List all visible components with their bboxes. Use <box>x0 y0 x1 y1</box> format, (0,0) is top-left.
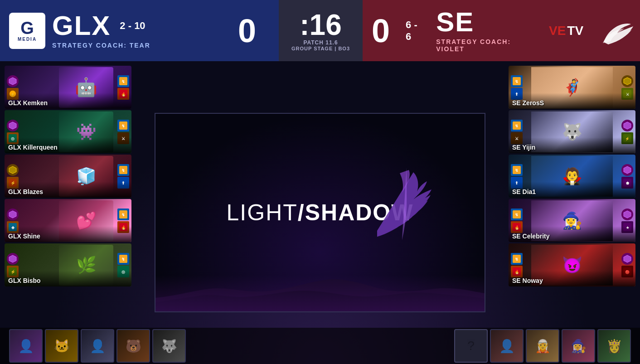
game-screen: LIGHT /SHADOW <box>155 113 485 312</box>
bottom-right-picks: ? 👤 🧝 🧙‍♀️ 👸 <box>454 329 631 363</box>
glx-score: 0 <box>238 12 270 49</box>
patch-info: PATCH 11.6 <box>303 39 338 46</box>
blazes-name: GLX Blazes <box>8 188 43 195</box>
dia1-overlay: SE Dia1 <box>509 182 635 198</box>
header-center: :16 PATCH 11.6 GROUP STAGE | BO3 <box>279 0 363 61</box>
killerqueen-name: GLX Killerqueen <box>8 144 58 151</box>
pick-thumb-art-5: 🐺 <box>153 330 185 362</box>
bottom-pick-right-1[interactable]: ? <box>454 329 488 363</box>
vetv-tv-text: TV <box>567 24 583 38</box>
svg-text:↯: ↯ <box>121 123 125 128</box>
zeross-overlay: SE ZerosS <box>509 93 635 109</box>
player-card-bisbo[interactable]: ⚡ 🌿 ↯ ◎ GLX Bisbo <box>5 243 131 286</box>
wave-deco <box>155 275 485 311</box>
logo-media-text: MEDIA <box>18 37 37 42</box>
svg-marker-46 <box>624 122 631 129</box>
celebrity-overlay: SE Celebrity <box>509 226 635 242</box>
bisbo-name: GLX Bisbo <box>8 277 41 284</box>
logo-letter: G <box>20 19 34 37</box>
player-card-dia1[interactable]: ↯ ⬆ 🧛 ⬟ SE Dia1 <box>509 155 635 198</box>
center-area: LIGHT /SHADOW <box>141 61 499 364</box>
se-coach-label: STRATEGY COACH: VIOLET <box>436 38 538 53</box>
kemken-spell-flash: ↯ <box>117 75 129 87</box>
bottom-pick-right-4[interactable]: 🧙‍♀️ <box>562 329 595 363</box>
bottom-pick-right-2[interactable]: 👤 <box>490 329 524 363</box>
left-player-panel: ⚡ 🤖 ↯ 🔥 GLX Kemken <box>0 61 141 364</box>
bottom-pick-right-5[interactable]: 👸 <box>597 329 631 363</box>
g-media-logo: G MEDIA <box>9 13 45 49</box>
player-card-celebrity[interactable]: ↯ 🔥 🧙‍♀️ ★ SE Celebrity <box>509 199 635 242</box>
noway-overlay: SE Noway <box>509 271 635 286</box>
blazes-overlay: GLX Blazes <box>5 182 131 198</box>
yijin-name: SE Yijin <box>512 144 535 151</box>
glx-team-info: GLX 2 - 10 STRATEGY COACH: TEAR <box>52 12 150 49</box>
pick-thumb-art-3: 👤 <box>82 330 113 362</box>
kemken-overlay: GLX Kemken <box>5 93 131 109</box>
player-card-noway[interactable]: ↯ 🔥 😈 🔴 SE Noway <box>509 243 635 286</box>
header-left-team: G MEDIA GLX 2 - 10 STRATEGY COACH: TEAR … <box>0 0 279 61</box>
zeross-rune <box>621 75 633 87</box>
dia1-name: SE Dia1 <box>512 188 536 195</box>
vetv-logo: VE TV <box>544 17 588 44</box>
svg-text:↯: ↯ <box>121 168 125 172</box>
bottom-pick-left-4[interactable]: 🐻 <box>116 329 150 363</box>
pick-thumb-art-r1: ? <box>455 330 487 362</box>
pick-thumb-art-1: 👤 <box>10 330 42 362</box>
pick-thumb-art-4: 🐻 <box>117 330 149 362</box>
celebrity-name: SE Celebrity <box>512 233 549 240</box>
svg-marker-39 <box>624 78 631 85</box>
se-team-info: SE STRATEGY COACH: VIOLET <box>436 9 538 53</box>
svg-marker-60 <box>624 211 631 218</box>
pick-thumb-art-2: 🐱 <box>46 330 78 362</box>
svg-marker-67 <box>624 255 631 262</box>
player-card-yijin[interactable]: ↯ ⚔ 🐺 ⚡ SE Yijin <box>509 110 635 153</box>
killerqueen-overlay: GLX Killerqueen <box>5 137 131 153</box>
glx-team-name: GLX <box>52 12 111 39</box>
se-record: 6 - 6 <box>406 19 425 43</box>
vetv-ve-text: VE <box>549 24 566 38</box>
noway-name: SE Noway <box>512 277 543 284</box>
se-name-row: SE <box>436 9 538 36</box>
lightshadow-feather-icon <box>377 163 441 245</box>
yijin-overlay: SE Yijin <box>509 137 635 153</box>
right-player-panel: ↯ ⬆ 🦸 ⚔ SE ZerosS <box>499 61 640 364</box>
game-timer: :16 <box>300 10 342 39</box>
bottom-pick-left-3[interactable]: 👤 <box>81 329 114 363</box>
se-score: 0 <box>372 12 399 49</box>
se-wing-icon <box>599 15 631 47</box>
shine-name: GLX Shine <box>8 233 40 240</box>
glx-name-row: GLX 2 - 10 <box>52 12 150 39</box>
yijin-rune <box>621 120 633 131</box>
svg-text:↯: ↯ <box>121 79 125 83</box>
player-card-killerqueen[interactable]: ◎ 👾 ↯ ⚔ GLX Killerqueen <box>5 110 131 153</box>
player-card-shine[interactable]: ◈ 💕 ↯ 🔥 GLX Shine <box>5 199 131 242</box>
se-team-name: SE <box>436 9 474 36</box>
pick-thumb-art-r5: 👸 <box>598 330 630 362</box>
bisbo-spell-flash: ↯ <box>117 253 129 265</box>
bottom-bar: 👤 🐱 👤 🐻 🐺 ? 👤 🧝 🧙‍♀️ 👸 <box>0 328 640 364</box>
shine-spell-flash: ↯ <box>117 209 129 220</box>
header: G MEDIA GLX 2 - 10 STRATEGY COACH: TEAR … <box>0 0 640 61</box>
bottom-pick-left-1[interactable]: 👤 <box>9 329 43 363</box>
bisbo-overlay: GLX Bisbo <box>5 271 131 286</box>
bottom-left-picks: 👤 🐱 👤 🐻 🐺 <box>9 329 186 363</box>
svg-marker-53 <box>624 166 631 174</box>
pick-thumb-art-r4: 🧙‍♀️ <box>562 330 594 362</box>
killerqueen-spell-flash: ↯ <box>117 120 129 131</box>
svg-text:↯: ↯ <box>121 212 125 217</box>
stage-info: GROUP STAGE | BO3 <box>291 46 350 51</box>
celebrity-rune <box>621 209 633 220</box>
zeross-name: SE ZerosS <box>512 99 544 107</box>
glx-coach-label: STRATEGY COACH: TEAR <box>52 42 150 49</box>
bottom-pick-right-3[interactable]: 🧝 <box>526 329 559 363</box>
lightshadow-logo: LIGHT /SHADOW <box>227 199 414 226</box>
light-text: LIGHT <box>227 199 298 226</box>
pick-thumb-art-r3: 🧝 <box>527 330 558 362</box>
player-card-blazes[interactable]: ⚡ 🧊 ↯ ⬆ GLX Blazes <box>5 155 131 198</box>
bottom-pick-left-5[interactable]: 🐺 <box>152 329 186 363</box>
blazes-spell-flash: ↯ <box>117 164 129 176</box>
player-card-kemken[interactable]: ⚡ 🤖 ↯ 🔥 GLX Kemken <box>5 66 131 109</box>
kemken-name: GLX Kemken <box>8 99 48 107</box>
bottom-pick-left-2[interactable]: 🐱 <box>45 329 78 363</box>
player-card-zeross[interactable]: ↯ ⬆ 🦸 ⚔ SE ZerosS <box>509 66 635 109</box>
